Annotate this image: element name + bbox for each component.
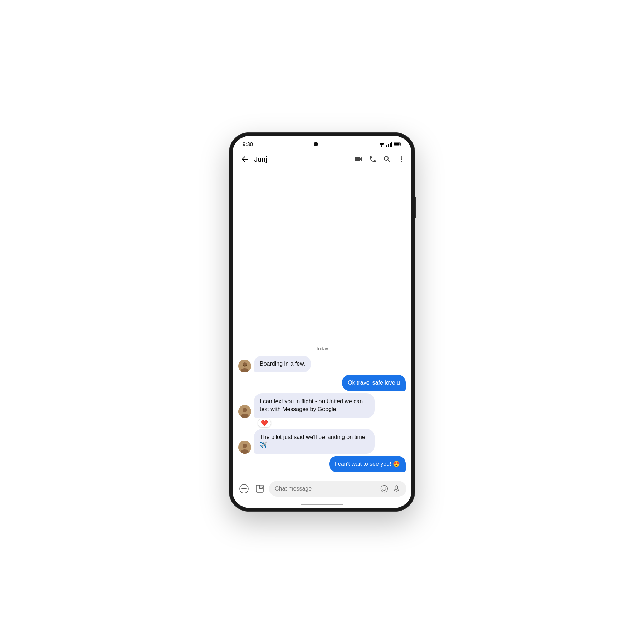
video-call-icon[interactable]: [354, 155, 363, 164]
svg-rect-2: [388, 144, 389, 147]
svg-rect-1: [386, 145, 387, 147]
phone-icon[interactable]: [369, 155, 377, 164]
svg-point-21: [381, 486, 388, 492]
received-bubble: I can text you in flight - on United we …: [254, 393, 375, 418]
avatar: [238, 405, 251, 418]
svg-rect-6: [400, 143, 401, 145]
app-bar-actions: [354, 155, 406, 164]
date-divider: Today: [238, 346, 406, 351]
reaction-row: ❤️: [258, 419, 406, 428]
message-input-wrap: [269, 481, 406, 497]
message-row: I can't wait to see you! 😍: [238, 456, 406, 472]
mic-button[interactable]: [392, 484, 401, 493]
svg-point-0: [381, 146, 382, 146]
svg-point-22: [382, 488, 383, 488]
app-bar: Junji: [233, 150, 411, 169]
battery-icon: [394, 142, 401, 146]
svg-rect-24: [395, 486, 398, 490]
back-button[interactable]: [238, 153, 251, 166]
input-area: [233, 477, 411, 502]
more-vert-icon[interactable]: [397, 155, 406, 164]
wifi-icon: [379, 142, 385, 147]
heart-reaction: ❤️: [258, 419, 271, 428]
message-row: The pilot just said we'll be landing on …: [238, 429, 406, 454]
message-row: Boarding in a few.: [238, 356, 406, 372]
status-icons: [379, 142, 401, 147]
svg-rect-7: [394, 143, 399, 145]
avatar: [238, 441, 251, 454]
emoji-button[interactable]: [380, 484, 389, 493]
message-row: I can text you in flight - on United we …: [238, 393, 406, 418]
camera-notch: [314, 142, 318, 146]
message-row: Ok travel safe love u: [238, 375, 406, 391]
sent-bubble: I can't wait to see you! 😍: [329, 456, 406, 472]
received-bubble: The pilot just said we'll be landing on …: [254, 429, 375, 454]
received-bubble: Boarding in a few.: [254, 356, 311, 372]
message-input[interactable]: [275, 486, 377, 492]
svg-point-23: [385, 488, 386, 488]
svg-point-17: [243, 444, 247, 448]
svg-point-9: [243, 362, 247, 367]
sent-bubble: Ok travel safe love u: [342, 375, 406, 391]
svg-rect-3: [390, 143, 391, 147]
signal-icon: [386, 142, 392, 147]
svg-point-14: [243, 408, 247, 412]
input-right-icons: [380, 484, 401, 493]
add-button[interactable]: [238, 482, 250, 495]
search-icon[interactable]: [383, 155, 391, 164]
phone-device: 9:30: [229, 132, 415, 512]
sticker-button[interactable]: [253, 482, 266, 495]
svg-point-12: [246, 365, 247, 366]
svg-rect-4: [391, 142, 392, 147]
status-time: 9:30: [243, 141, 253, 147]
avatar: [238, 360, 251, 372]
messages-area: Today Boarding in a few.: [233, 169, 411, 477]
contact-name: Junji: [254, 155, 351, 164]
status-bar: 9:30: [233, 136, 411, 150]
phone-screen: 9:30: [233, 136, 411, 508]
home-indicator: [301, 504, 343, 505]
svg-point-11: [243, 365, 244, 366]
